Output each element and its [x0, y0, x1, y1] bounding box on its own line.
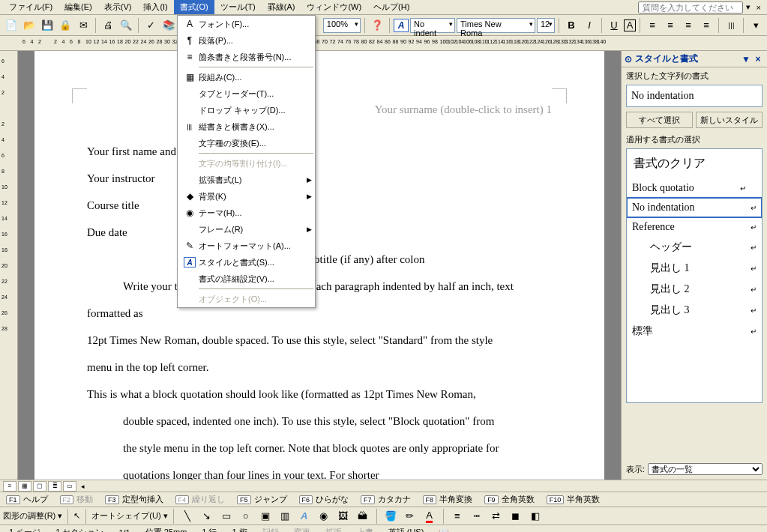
menu-item[interactable]: ◉テーマ(H)...	[178, 205, 315, 221]
menu-format[interactable]: 書式(O)	[174, 0, 214, 14]
menu-view[interactable]: 表示(V)	[98, 0, 138, 14]
menu-item[interactable]: ≡箇条書きと段落番号(N)...	[178, 49, 315, 65]
arrow-style-icon[interactable]: ⇄	[488, 508, 505, 525]
line-color-icon[interactable]: ✏	[402, 508, 418, 525]
page-header[interactable]: Your surname (double-click to insert) 1	[87, 96, 552, 123]
shadow-icon[interactable]: ◼	[508, 508, 524, 525]
font-combo[interactable]: Times New Roma	[457, 18, 535, 33]
document-line[interactable]: Due date	[87, 219, 552, 246]
help-dropdown-icon[interactable]: ▾	[743, 2, 754, 12]
fn-key-item[interactable]: F3定型句挿入	[105, 494, 163, 505]
menu-item[interactable]: 拡張書式(L)▶	[178, 172, 315, 188]
fn-key-item[interactable]: F8半角変換	[423, 494, 473, 505]
rectangle-icon[interactable]: ▭	[218, 508, 235, 525]
document-viewport[interactable]: Your surname (double-click to insert) 1 …	[18, 51, 621, 480]
menu-edit[interactable]: 編集(E)	[58, 0, 98, 14]
reading-view-icon[interactable]: ▭	[63, 481, 76, 492]
menu-item[interactable]: 文字種の変換(E)...	[178, 135, 315, 151]
dash-style-icon[interactable]: ┅	[469, 508, 485, 525]
char-border-icon[interactable]: A	[624, 19, 636, 31]
style-list-item[interactable]: No indentation↵	[627, 198, 762, 217]
style-list-item[interactable]: 見出し 1↵	[627, 258, 762, 279]
fn-key-item[interactable]: F2移動	[60, 494, 94, 505]
vertical-ruler[interactable]: 642246810121416182022242628	[0, 51, 18, 480]
style-list-item[interactable]: Reference↵	[627, 217, 762, 237]
menu-file[interactable]: ファイル(F)	[3, 0, 58, 14]
book-icon[interactable]: 📖	[439, 528, 449, 532]
style-list-item[interactable]: Block quotatio↵	[627, 178, 762, 198]
language[interactable]: 英語 (US)	[388, 527, 424, 532]
document-line[interactable]: Title of your paper: subtitle (if any) a…	[87, 246, 552, 273]
vtextbox-icon[interactable]: ▥	[277, 508, 293, 525]
line-icon[interactable]: ╲	[179, 508, 196, 525]
fill-color-icon[interactable]: 🪣	[382, 508, 399, 525]
italic-icon[interactable]: I	[581, 17, 598, 34]
arrow-icon[interactable]: ↘	[199, 508, 215, 525]
picture-icon[interactable]: 🏔	[355, 508, 371, 525]
menu-item[interactable]: Aスタイルと書式(S)...	[178, 254, 315, 270]
3d-icon[interactable]: ◧	[527, 508, 544, 525]
font-color-icon[interactable]: A	[421, 508, 438, 525]
style-list-item[interactable]: 標準↵	[627, 321, 762, 342]
style-list[interactable]: 書式のクリアBlock quotatio↵No indentation↵Refe…	[626, 148, 763, 403]
select-objects-icon[interactable]: ↖	[73, 511, 80, 521]
styles-icon[interactable]: A	[394, 19, 409, 32]
menu-item[interactable]: ¶段落(P)...	[178, 32, 315, 49]
document-line[interactable]: 12pt Times New Roman, double spaced. To …	[87, 327, 552, 354]
fn-key-item[interactable]: F5ジャンプ	[237, 494, 287, 505]
line-style-icon[interactable]: ≡	[449, 508, 466, 525]
web-view-icon[interactable]: ▦	[18, 481, 31, 492]
research-icon[interactable]: 📚	[160, 17, 177, 34]
style-list-item[interactable]: ヘッダー↵	[627, 237, 762, 258]
align-center-icon[interactable]: ≡	[662, 17, 679, 34]
record-mode[interactable]: 記録	[262, 527, 279, 532]
close-icon[interactable]: ×	[754, 3, 764, 12]
distribute-icon[interactable]: ⫼	[723, 17, 739, 34]
print-view-icon[interactable]: ▢	[33, 481, 46, 492]
outline-view-icon[interactable]: ≣	[48, 481, 61, 492]
draw-menu[interactable]: 図形の調整(R) ▾	[3, 510, 62, 522]
save-icon[interactable]: 💾	[39, 17, 55, 34]
normal-view-icon[interactable]: ≡	[3, 481, 16, 492]
align-justify-icon[interactable]: ≡	[698, 17, 715, 34]
document-line[interactable]: Your instructor	[87, 165, 552, 192]
menu-insert[interactable]: 挿入(I)	[137, 0, 173, 14]
email-icon[interactable]: ✉	[75, 17, 91, 34]
autoshapes-menu[interactable]: オートシェイプ(U) ▾	[91, 510, 167, 522]
menu-table[interactable]: 罫線(A)	[262, 0, 301, 14]
wordart-icon[interactable]: A	[296, 508, 313, 525]
print-icon[interactable]: 🖨	[100, 17, 116, 34]
underline-icon[interactable]: U	[606, 17, 622, 34]
style-combo[interactable]: No indent	[410, 18, 455, 33]
help-search-input[interactable]	[638, 1, 743, 13]
fn-key-item[interactable]: F4繰り返し	[175, 494, 226, 505]
show-select[interactable]: 書式の一覧	[648, 463, 763, 475]
fontsize-combo[interactable]: 12	[537, 18, 555, 33]
textbox-icon[interactable]: ▣	[257, 508, 274, 525]
document-line[interactable]: Write your text here, with the first lin…	[87, 273, 552, 327]
style-list-item[interactable]: 書式のクリア	[627, 149, 762, 178]
permission-icon[interactable]: 🔒	[57, 17, 73, 34]
dropdown-icon[interactable]: ▼	[740, 54, 752, 64]
back-icon[interactable]: ⊙	[625, 54, 632, 64]
extend-mode[interactable]: 拡張	[325, 527, 342, 532]
new-doc-icon[interactable]: 📄	[3, 17, 19, 34]
fn-key-item[interactable]: F6ひらがな	[299, 494, 349, 505]
menu-item[interactable]: タブとリーダー(T)...	[178, 85, 315, 102]
document-line[interactable]: quotations longer than four lines in you…	[87, 462, 552, 480]
menu-item[interactable]: ドロップ キャップ(D)...	[178, 102, 315, 118]
track-changes[interactable]: 変更	[294, 527, 310, 532]
document-line[interactable]: Your first name and surname	[87, 138, 552, 165]
bold-icon[interactable]: B	[563, 17, 580, 34]
fn-key-item[interactable]: F10半角英数	[547, 494, 601, 505]
menu-item[interactable]: ⫼縦書きと横書き(X)...	[178, 118, 315, 135]
menu-item[interactable]: Aフォント(F)...	[178, 16, 315, 32]
fn-key-item[interactable]: F1ヘルプ	[6, 494, 48, 505]
align-right-icon[interactable]: ≡	[680, 17, 697, 34]
fn-key-item[interactable]: F7カタカナ	[361, 494, 411, 505]
style-list-item[interactable]: 見出し 3↵	[627, 300, 762, 321]
zoom-combo[interactable]: 100%	[323, 18, 361, 33]
select-all-button[interactable]: すべて選択	[626, 112, 693, 128]
menu-item[interactable]: 書式の詳細設定(V)...	[178, 270, 315, 287]
overwrite-mode[interactable]: 上書	[357, 527, 373, 532]
